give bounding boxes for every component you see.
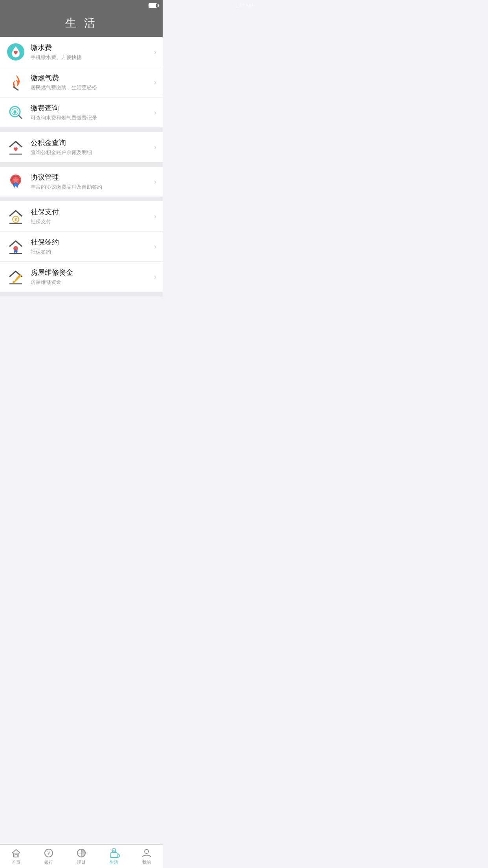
agreement-icon	[6, 172, 25, 191]
svg-text:¥: ¥	[15, 217, 17, 222]
social-pay-subtitle: 社保支付	[31, 218, 151, 225]
bottom-spacer	[0, 292, 163, 296]
battery-icon	[149, 3, 157, 8]
gas-fee-title: 缴燃气费	[31, 73, 151, 83]
agreement-text: 协议管理 丰富的协议缴费品种及自助签约	[31, 173, 151, 191]
water-fee-subtitle: 手机缴水费、方便快捷	[31, 54, 151, 61]
section-social: ¥ 社保支付 社保支付 › 社保签约	[0, 201, 163, 292]
divider-2	[0, 162, 163, 167]
social-sign-title: 社保签约	[31, 237, 151, 247]
status-bar: 1:37 AM	[0, 0, 163, 11]
page-header: 生 活	[0, 11, 163, 37]
water-fee-chevron: ›	[154, 48, 156, 56]
agreement-subtitle: 丰富的协议缴费品种及自助签约	[31, 184, 151, 191]
list-item-gas-fee[interactable]: 缴燃气费 居民燃气费缴纳，生活更轻松 ›	[0, 67, 163, 97]
water-fee-title: 缴水费	[31, 43, 151, 52]
list-item-provident[interactable]: 公积金查询 查询公积金账户余额及明细 ›	[0, 132, 163, 162]
svg-point-18	[13, 281, 15, 283]
svg-line-1	[13, 87, 18, 90]
social-sign-text: 社保签约 社保签约	[31, 237, 151, 256]
social-pay-chevron: ›	[154, 212, 156, 221]
list-item-agreement[interactable]: 协议管理 丰富的协议缴费品种及自助签约 ›	[0, 167, 163, 197]
list-item-social-sign[interactable]: 社保签约 社保签约 ›	[0, 232, 163, 262]
social-pay-title: 社保支付	[31, 207, 151, 217]
provident-subtitle: 查询公积金账户余额及明细	[31, 149, 151, 156]
agreement-chevron: ›	[154, 178, 156, 186]
content-area: 缴水费 手机缴水费、方便快捷 › 缴燃气费 居民燃气费缴纳，生活更轻松 ›	[0, 37, 163, 320]
section-utilities: 缴水费 手机缴水费、方便快捷 › 缴燃气费 居民燃气费缴纳，生活更轻松 ›	[0, 37, 163, 127]
list-item-house-repair[interactable]: 房屋维修资金 房屋维修资金 ›	[0, 262, 163, 292]
list-item-water-fee[interactable]: 缴水费 手机缴水费、方便快捷 ›	[0, 37, 163, 67]
gas-fee-text: 缴燃气费 居民燃气费缴纳，生活更轻松	[31, 73, 151, 91]
water-fee-text: 缴水费 手机缴水费、方便快捷	[31, 43, 151, 61]
house-repair-subtitle: 房屋维修资金	[31, 279, 151, 286]
fee-query-subtitle: 可查询水费和燃气费缴费记录	[31, 114, 151, 121]
gas-fee-subtitle: 居民燃气费缴纳，生活更轻松	[31, 84, 151, 91]
svg-line-4	[19, 116, 22, 118]
fee-query-title: 缴费查询	[31, 103, 151, 113]
house-repair-chevron: ›	[154, 273, 156, 281]
page-title: 生 活	[65, 17, 97, 29]
list-item-social-pay[interactable]: ¥ 社保支付 社保支付 ›	[0, 201, 163, 232]
house-repair-icon	[6, 267, 25, 286]
water-fee-icon	[6, 42, 25, 61]
fee-query-text: 缴费查询 可查询水费和燃气费缴费记录	[31, 103, 151, 121]
divider-1	[0, 127, 163, 132]
social-sign-subtitle: 社保签约	[31, 248, 151, 256]
social-sign-chevron: ›	[154, 243, 156, 251]
provident-icon	[6, 138, 25, 156]
social-pay-icon: ¥	[6, 207, 25, 226]
provident-text: 公积金查询 查询公积金账户余额及明细	[31, 138, 151, 156]
list-item-fee-query[interactable]: 缴费查询 可查询水费和燃气费缴费记录 ›	[0, 97, 163, 127]
section-fund: 公积金查询 查询公积金账户余额及明细 ›	[0, 132, 163, 162]
gas-fee-icon	[6, 73, 25, 92]
house-repair-title: 房屋维修资金	[31, 268, 151, 277]
provident-chevron: ›	[154, 143, 156, 151]
house-repair-text: 房屋维修资金 房屋维修资金	[31, 268, 151, 286]
section-agreement: 协议管理 丰富的协议缴费品种及自助签约 ›	[0, 167, 163, 197]
social-sign-icon	[6, 237, 25, 256]
gas-fee-chevron: ›	[154, 78, 156, 86]
fee-query-chevron: ›	[154, 108, 156, 117]
fee-query-icon	[6, 103, 25, 122]
divider-3	[0, 197, 163, 201]
agreement-title: 协议管理	[31, 173, 151, 182]
social-pay-text: 社保支付 社保支付	[31, 207, 151, 225]
provident-title: 公积金查询	[31, 138, 151, 147]
